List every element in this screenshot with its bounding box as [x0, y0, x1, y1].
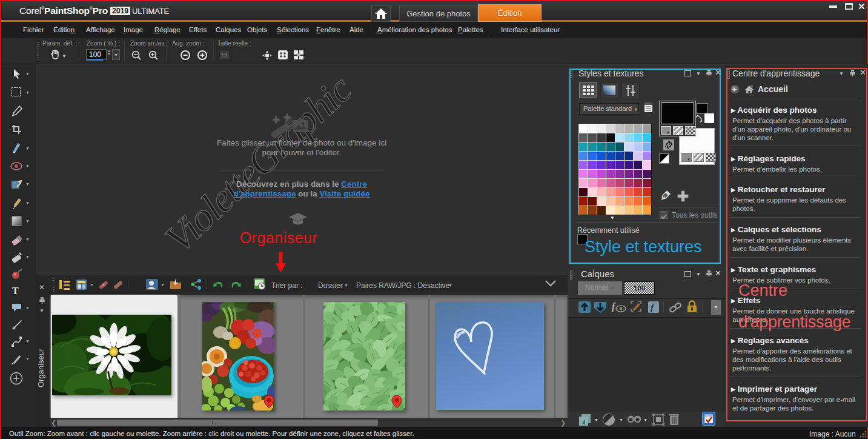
svg-text:f: f — [612, 301, 616, 312]
